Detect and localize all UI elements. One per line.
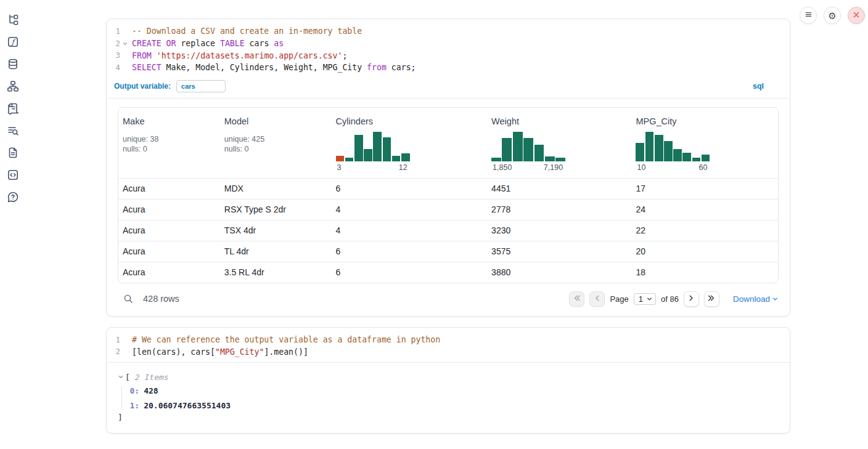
column-header-weight[interactable]: Weight1,8507,190 (487, 108, 631, 178)
line-number: 2 (107, 39, 120, 48)
table-cell: 17 (631, 179, 778, 199)
code-line: 3FROM 'https://datasets.marimo.app/cars.… (107, 49, 790, 62)
settings-button[interactable]: ⚙ (824, 7, 841, 24)
first-page-button[interactable] (569, 291, 584, 307)
sidebar-item-documentation[interactable] (7, 147, 19, 159)
item-value: 20.060747663551403 (144, 401, 231, 410)
python-cell: 1# We can reference the output variable … (106, 327, 790, 434)
sidebar-item-data-sources[interactable] (7, 58, 19, 70)
tree-header: [2 Items (118, 371, 790, 382)
menu-button[interactable] (800, 7, 817, 24)
table-row[interactable]: Acura3.5 RL 4dr6388018 (118, 262, 778, 283)
language-badge: sql (753, 82, 764, 91)
code-text: SELECT Make, Model, Cylinders, Weight, M… (129, 63, 416, 72)
message-question-icon (7, 191, 19, 203)
column-header-mpg_city[interactable]: MPG_City1060 (631, 108, 778, 178)
python-output: [2 Items0:4281:20.060747663551403] (107, 362, 790, 433)
table-row[interactable]: AcuraRSX Type S 2dr4277824 (118, 199, 778, 220)
close-button[interactable] (848, 7, 865, 24)
hamburger-menu-icon (804, 10, 813, 21)
sidebar-item-snippets[interactable] (7, 169, 19, 181)
table-cell: 4 (332, 220, 488, 241)
table-cell: 3880 (487, 262, 631, 283)
histogram-bar (523, 138, 533, 161)
histogram-axis-labels: 1,8507,190 (491, 163, 565, 172)
output-variable-input[interactable] (176, 80, 226, 92)
window-controls: ⚙ (800, 7, 865, 24)
table-cell: Acura (118, 179, 220, 199)
histogram-bar (545, 156, 555, 161)
fold-chevron-icon[interactable] (121, 41, 129, 47)
table-cell: Acura (118, 241, 220, 262)
histogram-bar (682, 153, 691, 161)
result-table: Makeunique: 38nulls: 0Modelunique: 425nu… (118, 107, 779, 283)
table-header: Makeunique: 38nulls: 0Modelunique: 425nu… (118, 108, 778, 178)
line-number: 1 (107, 336, 120, 344)
code-line: 2[len(cars), cars["MPG_City"].mean()] (107, 346, 790, 358)
table-cell: MDX (220, 179, 332, 199)
column-header-make[interactable]: Makeunique: 38nulls: 0 (118, 108, 220, 178)
download-button[interactable]: Download (733, 294, 779, 304)
chevrons-right-icon (707, 294, 716, 304)
table-row[interactable]: AcuraTL 4dr6357520 (118, 241, 778, 262)
table-cell: TSX 4dr (220, 220, 332, 241)
table-cell: 20 (631, 241, 778, 262)
sidebar-item-variables[interactable]: ƒ (7, 36, 19, 48)
page-select[interactable]: 1 (634, 293, 656, 305)
histogram-axis-labels: 312 (336, 163, 410, 172)
sidebar-item-dependencies[interactable] (7, 80, 19, 92)
table-cell: Acura (118, 220, 220, 241)
histogram-mpg_city[interactable]: 1060 (636, 131, 710, 172)
column-name: MPG_City (636, 116, 773, 126)
histogram-cylinders[interactable]: 312 (336, 131, 410, 172)
next-page-button[interactable] (684, 291, 699, 307)
sidebar-item-file-explorer[interactable] (7, 14, 19, 26)
histogram-bar (336, 156, 345, 161)
prev-page-button[interactable] (589, 291, 605, 307)
histogram-bar (555, 158, 565, 161)
chevron-down-icon (772, 296, 779, 302)
database-icon (7, 58, 19, 70)
line-number: 1 (107, 27, 120, 36)
search-icon[interactable] (123, 294, 133, 304)
collapse-chevron-icon[interactable] (118, 374, 124, 380)
sidebar-item-logs[interactable] (7, 124, 19, 137)
table-cell: 3230 (487, 220, 631, 241)
table-cell: 2778 (487, 200, 631, 220)
column-header-model[interactable]: Modelunique: 425nulls: 0 (220, 108, 332, 178)
table-row[interactable]: AcuraTSX 4dr4323022 (118, 220, 778, 241)
histogram-bar (664, 141, 673, 161)
code-line: 1# We can reference the output variable … (107, 334, 790, 346)
output-variable-label: Output variable: (114, 82, 171, 91)
histogram-bar (502, 138, 512, 161)
table-cell: 6 (332, 241, 488, 262)
column-header-cylinders[interactable]: Cylinders312 (332, 108, 488, 178)
gear-icon: ⚙ (828, 11, 836, 20)
sql-editor[interactable]: 1-- Download a CSV and create an in-memo… (107, 19, 790, 78)
sql-cell: 1-- Download a CSV and create an in-memo… (106, 18, 790, 317)
code-line: 4SELECT Make, Model, Cylinders, Weight, … (107, 62, 790, 74)
code-text: [len(cars), cars["MPG_City"].mean()] (129, 347, 308, 357)
sidebar-item-scratchpad[interactable] (7, 102, 19, 115)
histogram-bar (513, 132, 523, 161)
page-label: Page (610, 294, 628, 304)
last-page-button[interactable] (704, 291, 719, 307)
pagination: Page 1 of 86 Download (569, 291, 779, 307)
code-text: -- Download a CSV and create an in-memor… (129, 26, 362, 36)
sidebar-item-help[interactable] (7, 191, 19, 203)
table-cell: 18 (631, 262, 778, 283)
histogram-bar (636, 143, 644, 161)
table-cell: 3.5 RL 4dr (220, 262, 332, 283)
histogram-bar (373, 132, 382, 161)
chevron-right-icon (687, 294, 695, 304)
table-cell: 6 (332, 179, 488, 199)
histogram-bar (692, 158, 701, 161)
notebook: 1-- Download a CSV and create an in-memo… (106, 18, 790, 434)
code-text: FROM 'https://datasets.marimo.app/cars.c… (129, 51, 347, 60)
table-cell: 3575 (487, 241, 631, 262)
search-list-icon (7, 124, 19, 137)
python-editor[interactable]: 1# We can reference the output variable … (107, 328, 790, 362)
function-square-icon: ƒ (7, 36, 19, 48)
histogram-weight[interactable]: 1,8507,190 (491, 131, 565, 172)
table-row[interactable]: AcuraMDX6445117 (118, 178, 778, 199)
